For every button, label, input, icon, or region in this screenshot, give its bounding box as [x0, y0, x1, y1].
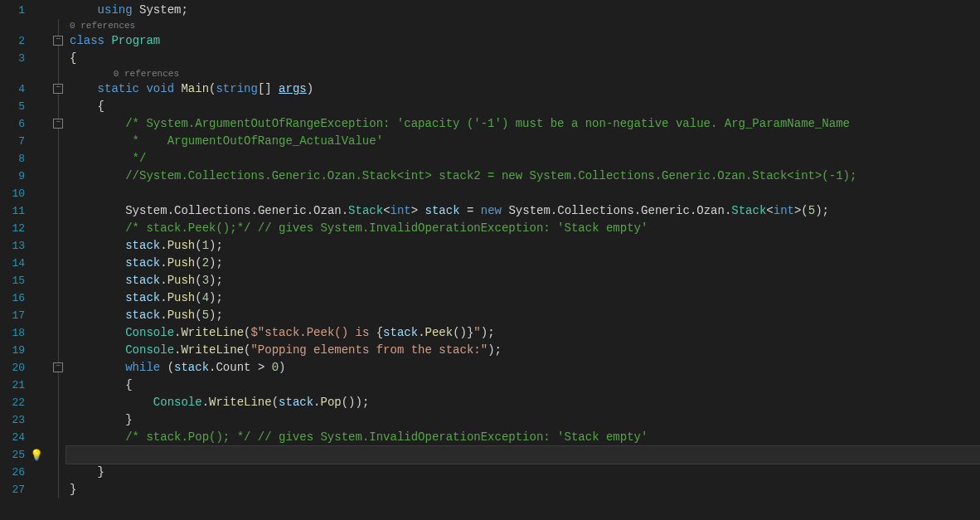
code-line[interactable]: {	[66, 98, 980, 115]
code-line[interactable]: stack.Push(1);	[66, 237, 980, 255]
line-number: 8	[0, 153, 30, 165]
line-number: 6	[0, 118, 30, 130]
code-line[interactable]: using System;	[66, 2, 980, 19]
codelens-references[interactable]: 0 references	[66, 19, 980, 32]
code-line[interactable]: //System.Collections.Generic.Ozan.Stack<…	[66, 168, 980, 185]
code-editor[interactable]: 1234567891011121314151617181920212223242…	[0, 0, 980, 520]
line-number: 19	[0, 344, 30, 357]
line-number: 20	[0, 362, 30, 374]
line-number: 12	[0, 222, 30, 235]
fold-toggle[interactable]: −	[53, 119, 63, 129]
fold-column: −−−−	[50, 0, 66, 520]
code-line[interactable]: {	[66, 50, 980, 67]
code-line[interactable]: static void Main(string[] args)	[66, 80, 980, 98]
code-line[interactable]: class Program	[66, 32, 980, 50]
line-number: 7	[0, 135, 30, 148]
line-number: 2	[0, 35, 30, 47]
line-number-gutter: 1234567891011121314151617181920212223242…	[0, 0, 50, 520]
code-line[interactable]: /* stack.Pop(); */ // gives System.Inval…	[66, 429, 980, 446]
line-number: 11	[0, 205, 30, 217]
line-number: 27	[0, 484, 30, 496]
line-number: 3	[0, 52, 30, 65]
code-line[interactable]: /* stack.Peek();*/ // gives System.Inval…	[66, 220, 980, 237]
fold-toggle[interactable]: −	[53, 84, 63, 94]
line-number: 13	[0, 240, 30, 252]
line-number: 21	[0, 379, 30, 391]
line-number: 9	[0, 170, 30, 182]
code-area[interactable]: using System;0 referencesclass Program{ …	[66, 0, 980, 520]
line-number: 17	[0, 309, 30, 322]
code-line[interactable]: stack.Push(3);	[66, 272, 980, 289]
line-number: 18	[0, 327, 30, 339]
code-line[interactable]: System.Collections.Generic.Ozan.Stack<in…	[66, 202, 980, 220]
line-number: 26	[0, 466, 30, 479]
line-number: 22	[0, 396, 30, 409]
line-number: 25	[0, 449, 30, 461]
fold-toggle[interactable]: −	[53, 36, 63, 46]
code-line[interactable]: * ArgumentOutOfRange_ActualValue'	[66, 133, 980, 150]
code-line[interactable]: }	[66, 464, 980, 481]
fold-toggle[interactable]: −	[53, 362, 63, 372]
line-number: 24	[0, 431, 30, 444]
code-line[interactable]	[66, 185, 980, 202]
line-number: 23	[0, 414, 30, 426]
code-line[interactable]: Console.WriteLine(stack.Pop());	[66, 394, 980, 411]
code-line[interactable]: stack.Push(5);	[66, 307, 980, 324]
code-line[interactable]: Console.WriteLine($"stack.Peek() is {sta…	[66, 324, 980, 342]
code-line[interactable]: stack.Push(4);	[66, 289, 980, 307]
code-line[interactable]: /* System.ArgumentOutOfRangeException: '…	[66, 115, 980, 133]
line-number: 15	[0, 275, 30, 287]
code-line[interactable]: }	[66, 481, 980, 498]
line-number: 16	[0, 292, 30, 304]
code-line[interactable]: stack.Push(2);	[66, 255, 980, 272]
code-line[interactable]: Console.WriteLine("Popping elements from…	[66, 342, 980, 359]
line-number: 14	[0, 257, 30, 270]
line-number: 1	[0, 4, 30, 17]
codelens-references[interactable]: 0 references	[66, 67, 980, 80]
code-line[interactable]: }	[66, 411, 980, 429]
code-line[interactable]	[66, 446, 980, 464]
code-line[interactable]: while (stack.Count > 0)	[66, 359, 980, 377]
line-number: 5	[0, 100, 30, 113]
code-line[interactable]: */	[66, 150, 980, 168]
code-line[interactable]: {	[66, 377, 980, 394]
line-number: 4	[0, 83, 30, 95]
lightbulb-icon[interactable]: 💡	[30, 449, 43, 462]
line-number: 10	[0, 187, 30, 200]
